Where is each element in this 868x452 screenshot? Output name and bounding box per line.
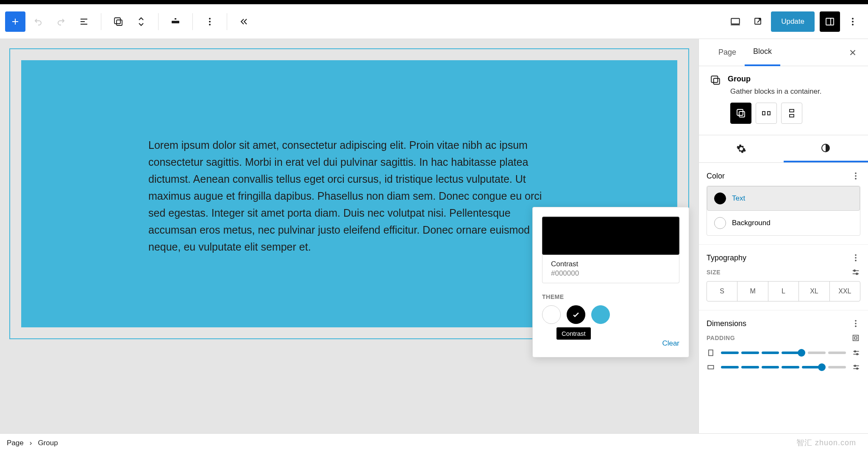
subtab-settings[interactable] — [699, 135, 784, 162]
tab-block[interactable]: Block — [745, 39, 780, 66]
padding-link-button[interactable] — [851, 333, 860, 343]
paragraph-block[interactable]: Lorem ipsum dolor sit amet, consectetur … — [148, 137, 550, 255]
size-custom-button[interactable] — [851, 268, 860, 277]
layout-row-button[interactable] — [756, 103, 777, 124]
close-sidebar-button[interactable] — [844, 44, 861, 61]
color-options-button[interactable] — [851, 171, 860, 181]
padding-vertical-icon — [707, 349, 715, 357]
more-options-button[interactable] — [843, 11, 863, 32]
update-button[interactable]: Update — [771, 11, 815, 32]
svg-point-30 — [855, 320, 857, 322]
theme-swatch-contrast[interactable] — [567, 305, 585, 324]
svg-point-22 — [855, 173, 857, 174]
svg-point-6 — [209, 24, 211, 25]
layout-group-button[interactable] — [730, 103, 751, 124]
theme-swatch-base[interactable] — [542, 305, 561, 324]
svg-rect-14 — [714, 78, 720, 84]
svg-point-26 — [855, 257, 857, 259]
size-s[interactable]: S — [707, 282, 737, 301]
text-color-swatch — [714, 193, 726, 204]
color-background-row[interactable]: Background — [707, 211, 860, 235]
undo-button[interactable] — [28, 11, 48, 32]
settings-sidebar-toggle[interactable] — [820, 11, 840, 32]
color-section-heading: Color — [707, 172, 725, 181]
svg-rect-33 — [853, 335, 859, 341]
color-text-row[interactable]: Text — [707, 186, 860, 211]
typography-options-button[interactable] — [851, 253, 860, 262]
padding-vertical-slider[interactable] — [721, 349, 846, 357]
group-icon[interactable] — [108, 11, 128, 32]
breadcrumb-group[interactable]: Group — [38, 439, 58, 447]
view-desktop-button[interactable] — [725, 11, 746, 32]
block-name: Group — [728, 75, 751, 84]
breadcrumb-separator: › — [30, 439, 32, 447]
svg-rect-3 — [175, 18, 176, 20]
svg-point-37 — [857, 354, 858, 355]
svg-rect-13 — [711, 76, 718, 82]
theme-swatch-primary[interactable] — [591, 305, 610, 324]
svg-rect-20 — [790, 114, 794, 117]
svg-point-11 — [852, 21, 854, 22]
svg-point-24 — [855, 178, 857, 180]
svg-rect-18 — [768, 112, 770, 115]
svg-rect-35 — [709, 350, 713, 355]
svg-rect-15 — [737, 109, 743, 115]
size-xl[interactable]: XL — [798, 282, 829, 301]
clear-color-button[interactable]: Clear — [662, 339, 679, 348]
block-description: Gather blocks in a container. — [699, 87, 868, 103]
block-options-button[interactable] — [200, 11, 220, 32]
size-label: SIZE — [707, 269, 721, 276]
padding-horizontal-icon — [707, 363, 715, 371]
padding-horizontal-custom[interactable] — [852, 363, 860, 371]
svg-rect-9 — [826, 18, 834, 25]
dimensions-heading: Dimensions — [707, 319, 746, 328]
redo-button[interactable] — [51, 11, 71, 32]
breadcrumb-page[interactable]: Page — [7, 439, 24, 447]
padding-vertical-custom[interactable] — [852, 349, 860, 357]
color-picker-popover: Contrast #000000 THEME Contrast Clear — [532, 207, 689, 357]
background-color-label: Background — [732, 219, 771, 227]
svg-point-39 — [854, 365, 856, 366]
padding-label: PADDING — [707, 335, 735, 341]
watermark: 智汇 zhuon.com — [796, 438, 856, 448]
svg-rect-0 — [114, 18, 120, 24]
svg-point-40 — [857, 368, 858, 369]
svg-point-25 — [855, 254, 857, 256]
svg-rect-34 — [854, 337, 857, 339]
svg-rect-1 — [117, 20, 122, 25]
dimensions-options-button[interactable] — [851, 319, 860, 328]
svg-point-12 — [852, 24, 854, 25]
swatch-tooltip: Contrast — [556, 327, 591, 340]
sidebar-tabs: Page Block — [699, 39, 868, 66]
svg-point-32 — [855, 326, 857, 327]
subtab-styles[interactable] — [784, 135, 868, 162]
size-m[interactable]: M — [737, 282, 768, 301]
align-button[interactable] — [165, 11, 186, 32]
font-size-buttons: S M L XL XXL — [707, 281, 860, 301]
group-block-icon — [710, 75, 721, 86]
svg-point-10 — [852, 18, 854, 20]
text-color-label: Text — [732, 194, 745, 203]
color-name: Contrast — [551, 260, 670, 268]
move-up-down-button[interactable] — [131, 11, 151, 32]
svg-point-23 — [855, 175, 857, 177]
layout-stack-button[interactable] — [781, 103, 802, 124]
size-l[interactable]: L — [768, 282, 798, 301]
padding-horizontal-slider[interactable] — [721, 363, 846, 371]
size-xxl[interactable]: XXL — [829, 282, 860, 301]
svg-rect-19 — [790, 109, 794, 112]
add-block-button[interactable] — [5, 11, 25, 32]
top-toolbar: Update — [0, 4, 868, 39]
document-overview-button[interactable] — [74, 11, 94, 32]
svg-point-27 — [855, 260, 857, 262]
svg-point-31 — [855, 323, 857, 324]
tab-page[interactable]: Page — [710, 39, 745, 65]
svg-point-5 — [209, 21, 211, 22]
svg-rect-2 — [172, 21, 179, 23]
svg-rect-16 — [739, 112, 745, 117]
color-preview — [542, 217, 679, 255]
preview-button[interactable] — [748, 11, 768, 32]
svg-point-29 — [856, 273, 858, 275]
svg-rect-38 — [708, 366, 713, 369]
collapse-toolbar-button[interactable] — [234, 11, 254, 32]
